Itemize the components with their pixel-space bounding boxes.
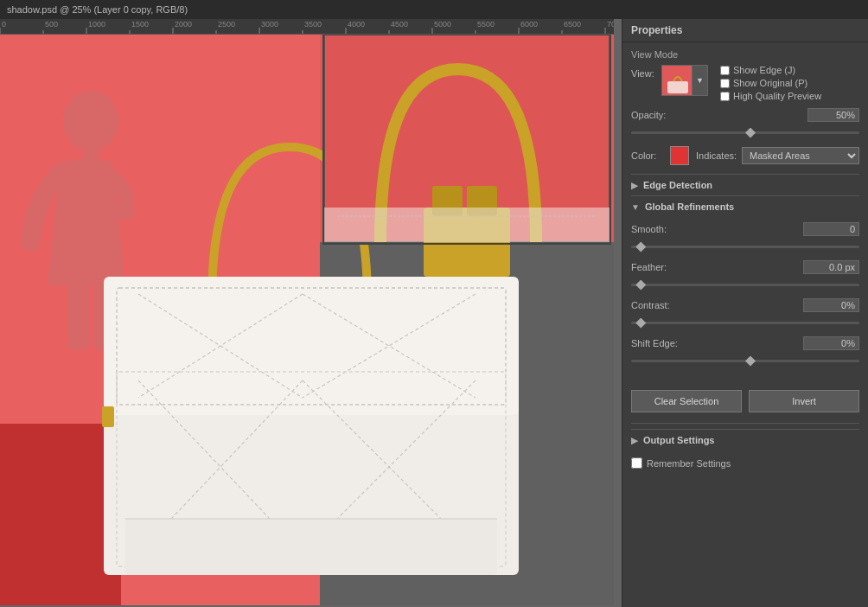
view-mode-row: View: ▼ (631, 65, 859, 101)
svg-rect-66 (324, 208, 610, 242)
feather-input[interactable] (803, 260, 859, 274)
svg-rect-60 (102, 406, 114, 427)
svg-text:0: 0 (2, 20, 6, 29)
svg-text:1500: 1500 (131, 20, 149, 29)
indicates-select[interactable]: Masked Areas Selected Areas (742, 147, 859, 164)
output-settings-arrow: ▶ (631, 436, 638, 445)
svg-text:1000: 1000 (88, 20, 105, 29)
smooth-slider-row (631, 240, 859, 253)
edge-detection-label: Edge Detection (643, 180, 712, 190)
panel-body: View Mode View: (622, 42, 868, 607)
view-label: View: (631, 65, 661, 79)
remember-settings-row[interactable]: Remember Settings (631, 457, 859, 469)
view-dropdown-arrow[interactable]: ▼ (692, 65, 708, 96)
svg-text:3500: 3500 (304, 20, 322, 29)
contrast-slider-thumb[interactable] (635, 318, 646, 329)
opacity-slider-track[interactable] (631, 131, 859, 134)
output-settings-label: Output Settings (643, 435, 715, 445)
contrast-slider-row (631, 316, 859, 329)
canvas-area[interactable]: 0 500 1000 1500 2000 2500 3000 3500 (0, 19, 622, 607)
scene-image (0, 35, 614, 607)
smooth-slider-thumb[interactable] (635, 242, 646, 252)
color-label: Color: (631, 150, 670, 161)
view-checkboxes: Show Edge (J) Show Original (P) High Qua… (720, 65, 821, 101)
feather-slider-thumb[interactable] (635, 280, 646, 291)
panel-title: Properties (622, 19, 868, 42)
show-edge-checkbox[interactable]: Show Edge (J) (720, 65, 821, 75)
opacity-row: Opacity: (631, 108, 859, 122)
shift-edge-input[interactable] (803, 336, 859, 350)
high-quality-checkbox[interactable]: High Quality Preview (720, 91, 821, 101)
color-swatch[interactable] (670, 146, 689, 165)
svg-text:70: 70 (607, 20, 614, 29)
clear-selection-button[interactable]: Clear Selection (631, 390, 742, 412)
svg-text:6000: 6000 (520, 20, 538, 29)
smooth-input[interactable] (803, 222, 859, 236)
color-row: Color: Indicates: Masked Areas Selected … (631, 146, 859, 165)
svg-text:2500: 2500 (218, 20, 235, 29)
title-text: shadow.psd @ 25% (Layer 0 copy, RGB/8) (7, 4, 188, 15)
view-dropdown[interactable]: ▼ (661, 65, 708, 96)
shift-edge-slider-track[interactable] (631, 360, 859, 362)
svg-rect-58 (125, 519, 497, 575)
show-original-input[interactable] (720, 79, 730, 88)
shift-edge-label: Shift Edge: (631, 338, 683, 348)
global-refinements-header[interactable]: ▼ Global Refinements (631, 195, 859, 217)
output-settings-header[interactable]: ▶ Output Settings (631, 429, 859, 450)
shift-edge-slider-thumb[interactable] (745, 356, 756, 367)
contrast-row: Contrast: (631, 298, 859, 312)
thumbnail-image (662, 66, 692, 95)
svg-point-35 (63, 91, 118, 151)
svg-text:500: 500 (45, 20, 58, 29)
svg-text:5500: 5500 (477, 20, 495, 29)
global-refinements-arrow: ▼ (631, 202, 640, 212)
svg-point-37 (113, 203, 134, 220)
edge-detection-arrow: ▶ (631, 181, 638, 190)
feather-slider-row (631, 278, 859, 291)
properties-panel: Properties View Mode View: (622, 19, 868, 607)
feather-slider-track[interactable] (631, 284, 859, 286)
high-quality-input[interactable] (720, 92, 730, 101)
svg-text:3000: 3000 (261, 20, 278, 29)
feather-row: Feather: (631, 260, 859, 274)
global-refinements-section: ▼ Global Refinements Smooth: (631, 195, 859, 380)
svg-rect-34 (0, 424, 121, 605)
svg-rect-70 (667, 81, 688, 93)
remember-settings-checkbox[interactable] (631, 457, 642, 469)
show-edge-label: Show Edge (J) (733, 65, 795, 75)
show-edge-input[interactable] (720, 66, 730, 75)
smooth-label: Smooth: (631, 224, 683, 234)
smooth-row: Smooth: (631, 222, 859, 236)
high-quality-label: High Quality Preview (733, 91, 821, 101)
svg-text:4000: 4000 (348, 20, 365, 29)
contrast-slider-track[interactable] (631, 322, 859, 324)
contrast-input[interactable] (803, 298, 859, 312)
opacity-input[interactable] (807, 108, 859, 122)
opacity-slider-thumb[interactable] (745, 128, 756, 138)
remember-settings-label: Remember Settings (647, 458, 731, 469)
show-original-checkbox[interactable]: Show Original (P) (720, 78, 821, 88)
svg-rect-38 (67, 281, 89, 350)
output-settings-section: ▶ Output Settings (631, 423, 859, 450)
view-thumbnail[interactable] (661, 65, 692, 96)
feather-label: Feather: (631, 262, 683, 272)
ruler: 0 500 1000 1500 2000 2500 3000 3500 (0, 19, 614, 35)
contrast-label: Contrast: (631, 300, 683, 310)
opacity-label: Opacity: (631, 110, 683, 120)
indicates-label: Indicates: (696, 150, 737, 161)
main-area: 0 500 1000 1500 2000 2500 3000 3500 (0, 19, 868, 607)
svg-rect-47 (104, 277, 519, 415)
opacity-slider-row (631, 125, 859, 139)
svg-text:4500: 4500 (391, 20, 408, 29)
global-refinements-content: Smooth: Feather: (631, 217, 859, 380)
shift-edge-slider-row (631, 354, 859, 367)
svg-text:2000: 2000 (175, 20, 192, 29)
title-bar: shadow.psd @ 25% (Layer 0 copy, RGB/8) (0, 0, 868, 19)
invert-button[interactable]: Invert (749, 390, 859, 412)
action-buttons-row: Clear Selection Invert (631, 390, 859, 412)
shift-edge-row: Shift Edge: (631, 336, 859, 350)
svg-text:5000: 5000 (434, 20, 451, 29)
edge-detection-header[interactable]: ▶ Edge Detection (631, 174, 859, 195)
smooth-slider-track[interactable] (631, 246, 859, 248)
svg-text:6500: 6500 (564, 20, 581, 29)
